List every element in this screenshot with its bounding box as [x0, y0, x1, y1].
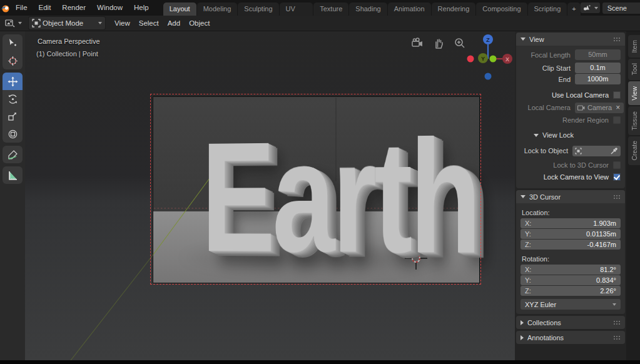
lock-to-cursor-checkbox[interactable] [613, 161, 621, 169]
viewport-3d[interactable]: Earth Camera Perspective (1) Collection … [25, 31, 515, 360]
tab-scripting[interactable]: Scripting [528, 3, 567, 16]
menu-edit[interactable]: Edit [33, 0, 57, 16]
context-path-overlay: (1) Collection | Point [36, 50, 98, 58]
chevron-down-icon [612, 303, 616, 306]
camera-view-button[interactable] [411, 37, 424, 49]
lock-to-cursor-label: Lock to 3D Cursor [553, 161, 609, 169]
panel-grip-icon[interactable] [613, 320, 621, 325]
view-panel-header[interactable]: View [516, 33, 625, 46]
sidebar-tab-view[interactable]: View [628, 81, 640, 105]
tab-layout[interactable]: Layout [163, 3, 196, 16]
menu-view[interactable]: View [110, 16, 135, 31]
view-lock-header[interactable]: View Lock [516, 129, 625, 141]
annotations-title: Annotations [527, 334, 564, 341]
tab-animation[interactable]: Animation [388, 3, 431, 16]
cursor-rotation-x[interactable]: X: 81.2° [521, 265, 621, 275]
tool-transform[interactable] [3, 125, 23, 143]
tab-texture-paint[interactable]: Texture Paint [313, 3, 348, 16]
chevron-down-icon [594, 7, 598, 9]
collections-panel-header[interactable]: Collections [516, 316, 625, 329]
cursor-location-z[interactable]: Z: -0.4167m [521, 240, 621, 250]
toolbar [0, 31, 25, 360]
cursor-tool-icon [8, 56, 18, 66]
gizmo-x-label: X [505, 56, 509, 63]
cursor-rotation-z[interactable]: Z: 2.26° [521, 286, 621, 296]
tool-move[interactable] [3, 73, 23, 90]
cursor-panel-header[interactable]: 3D Cursor [516, 190, 625, 203]
local-camera-field[interactable]: Camera × [575, 103, 624, 113]
annotations-panel-header[interactable]: Annotations [516, 331, 625, 344]
panel-grip-icon[interactable] [613, 37, 621, 41]
panel-grip-icon[interactable] [613, 195, 621, 199]
menu-help[interactable]: Help [128, 0, 155, 16]
blender-logo-icon[interactable] [0, 0, 10, 16]
sidebar-tab-tool[interactable]: Tool [628, 59, 640, 80]
zoom-button[interactable] [454, 37, 466, 49]
rotate-tool-icon [8, 94, 18, 104]
scene-browse-button[interactable] [581, 3, 600, 13]
viewport-header: Object Mode View Select Add Object [0, 16, 640, 31]
move-tool-icon [8, 76, 18, 87]
tab-modeling[interactable]: Modeling [197, 3, 238, 16]
cursor-location-x[interactable]: X: 1.903m [521, 218, 621, 228]
use-local-camera-checkbox[interactable] [613, 91, 621, 99]
lock-camera-checkbox[interactable] [613, 173, 621, 181]
gizmo-z-neg[interactable] [485, 73, 492, 80]
cursor-rotation-y[interactable]: Y: 0.834° [521, 275, 621, 285]
cursor-location-y[interactable]: Y: 0.01135m [521, 229, 621, 239]
cursor-panel-title: 3D Cursor [529, 193, 561, 201]
tool-select-tweak[interactable] [3, 34, 23, 52]
menu-file[interactable]: File [10, 0, 33, 16]
sidebar-tab-tissue[interactable]: Tissue [628, 106, 640, 135]
mode-dropdown[interactable]: Object Mode [29, 17, 105, 29]
navigation-gizmo[interactable]: Z X Y [466, 34, 514, 81]
add-workspace-button[interactable]: + [567, 3, 580, 16]
menu-object[interactable]: Object [185, 16, 214, 31]
menu-render[interactable]: Render [56, 0, 91, 16]
select-cursor-icon [8, 38, 18, 48]
workspace-tabs: Layout Modeling Sculpting UV Editing Tex… [163, 0, 581, 16]
collections-title: Collections [527, 319, 561, 326]
tool-measure[interactable] [3, 166, 23, 184]
clip-start-field[interactable]: 0.1m [575, 63, 621, 73]
menu-add[interactable]: Add [163, 16, 185, 31]
annotations-panel: Annotations [516, 331, 625, 344]
tool-3d-cursor[interactable] [3, 52, 23, 69]
lock-to-object-field[interactable] [572, 146, 621, 156]
menu-window[interactable]: Window [91, 0, 128, 16]
topbar: File Edit Render Window Help Layout Mode… [0, 0, 640, 16]
tab-shading[interactable]: Shading [349, 3, 387, 16]
tool-rotate[interactable] [3, 90, 23, 108]
tool-annotate[interactable] [3, 146, 23, 163]
chevron-down-icon [98, 22, 102, 24]
menu-select[interactable]: Select [135, 16, 163, 31]
tool-scale[interactable] [3, 108, 23, 125]
tab-rendering[interactable]: Rendering [432, 3, 476, 16]
sidebar-tab-create[interactable]: Create [628, 136, 640, 165]
eyedropper-icon[interactable] [611, 147, 618, 154]
pan-hand-button[interactable] [432, 37, 445, 49]
sidebar-tab-item[interactable]: Item [628, 35, 640, 58]
clear-camera-icon[interactable]: × [614, 104, 621, 111]
gizmo-x-neg[interactable] [467, 56, 474, 63]
panel-grip-icon[interactable] [613, 335, 621, 340]
tab-sculpting[interactable]: Sculpting [238, 3, 278, 16]
rotation-mode-dropdown[interactable]: XYZ Euler [521, 299, 621, 310]
collapse-triangle-icon [521, 195, 526, 198]
view-panel-title: View [529, 36, 544, 43]
viewport-nav-controls [411, 37, 466, 49]
gizmo-y-neg[interactable] [490, 56, 497, 63]
editor-type-button[interactable] [2, 17, 25, 29]
location-label: Location: [522, 209, 619, 216]
sidebar-tabstrip: Item Tool View Tissue Create [626, 31, 640, 360]
expand-triangle-icon [521, 320, 524, 325]
camera-data-icon [577, 104, 585, 111]
render-region-checkbox[interactable] [613, 116, 621, 124]
camera-frame: Earth [153, 97, 479, 283]
clip-end-field[interactable]: 1000m [575, 74, 621, 84]
tab-uv-editing[interactable]: UV Editing [280, 3, 313, 16]
render-region-label: Render Region [562, 116, 609, 124]
scene-name-field[interactable]: Scene [602, 3, 640, 14]
focal-length-field[interactable]: 50mm [575, 49, 621, 60]
tab-compositing[interactable]: Compositing [476, 3, 527, 16]
